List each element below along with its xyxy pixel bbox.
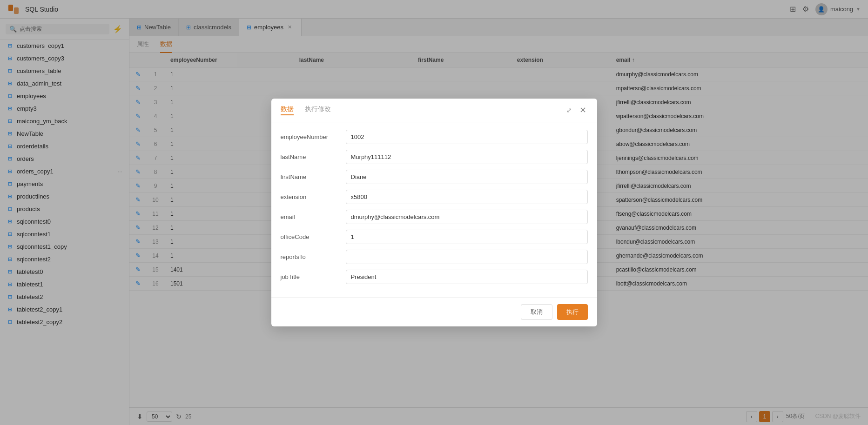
form-row-officeCode: officeCode bbox=[281, 230, 588, 244]
modal-body: employeeNumber lastName firstName extens… bbox=[271, 122, 597, 297]
form-row-employeeNumber: employeeNumber bbox=[281, 130, 588, 144]
form-input-jobTitle[interactable] bbox=[346, 270, 588, 284]
modal-footer: 取消 执行 bbox=[271, 297, 597, 326]
cancel-button[interactable]: 取消 bbox=[521, 304, 552, 320]
form-input-firstName[interactable] bbox=[346, 170, 588, 184]
form-label-employeeNumber: employeeNumber bbox=[281, 133, 346, 140]
form-row-jobTitle: jobTitle bbox=[281, 270, 588, 284]
form-row-extension: extension bbox=[281, 190, 588, 204]
form-input-reportsTo[interactable] bbox=[346, 250, 588, 264]
form-label-extension: extension bbox=[281, 193, 346, 200]
form-input-extension[interactable] bbox=[346, 190, 588, 204]
execute-button[interactable]: 执行 bbox=[557, 304, 588, 320]
form-label-lastName: lastName bbox=[281, 153, 346, 160]
modal-tab-exec[interactable]: 执行修改 bbox=[305, 105, 331, 115]
form-label-officeCode: officeCode bbox=[281, 233, 346, 240]
modal-overlay: 数据 执行修改 ⤢ ✕ employeeNumber lastName firs… bbox=[0, 0, 868, 425]
form-row-lastName: lastName bbox=[281, 150, 588, 164]
form-input-lastName[interactable] bbox=[346, 150, 588, 164]
form-input-email[interactable] bbox=[346, 210, 588, 224]
modal-header-actions: ⤢ ✕ bbox=[565, 106, 588, 115]
modal-dialog: 数据 执行修改 ⤢ ✕ employeeNumber lastName firs… bbox=[271, 99, 597, 326]
form-label-reportsTo: reportsTo bbox=[281, 253, 346, 260]
form-input-officeCode[interactable] bbox=[346, 230, 588, 244]
form-label-firstName: firstName bbox=[281, 173, 346, 180]
form-row-email: email bbox=[281, 210, 588, 224]
form-row-reportsTo: reportsTo bbox=[281, 250, 588, 264]
modal-header: 数据 执行修改 ⤢ ✕ bbox=[271, 99, 597, 122]
form-input-employeeNumber[interactable] bbox=[346, 130, 588, 144]
modal-close-icon[interactable]: ✕ bbox=[579, 106, 588, 115]
modal-expand-icon[interactable]: ⤢ bbox=[565, 106, 574, 115]
form-row-firstName: firstName bbox=[281, 170, 588, 184]
modal-tab-data[interactable]: 数据 bbox=[281, 105, 294, 115]
form-label-email: email bbox=[281, 213, 346, 220]
form-label-jobTitle: jobTitle bbox=[281, 273, 346, 280]
